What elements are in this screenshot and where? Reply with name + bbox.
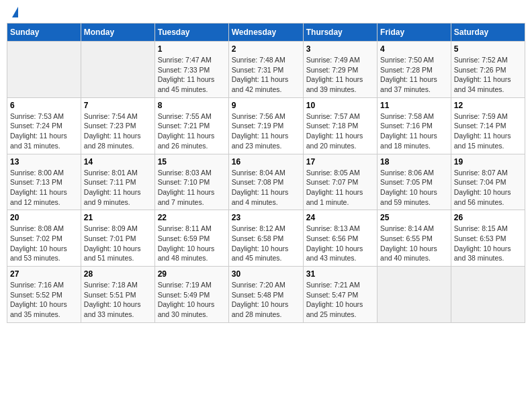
calendar-cell: 18Sunrise: 8:06 AM Sunset: 7:05 PM Dayli… <box>378 154 451 210</box>
calendar-cell: 16Sunrise: 8:04 AM Sunset: 7:08 PM Dayli… <box>228 154 303 210</box>
day-info: Sunrise: 8:11 AM Sunset: 6:59 PM Dayligh… <box>158 224 226 263</box>
day-number: 25 <box>380 213 448 222</box>
day-number: 17 <box>306 157 374 167</box>
day-info: Sunrise: 7:53 AM Sunset: 7:24 PM Dayligh… <box>10 111 78 151</box>
day-info: Sunrise: 7:21 AM Sunset: 5:47 PM Dayligh… <box>306 280 374 320</box>
day-info: Sunrise: 7:49 AM Sunset: 7:29 PM Dayligh… <box>306 55 374 95</box>
day-info: Sunrise: 8:09 AM Sunset: 7:01 PM Dayligh… <box>84 224 152 263</box>
day-of-week-header: Tuesday <box>154 24 228 42</box>
logo-triangle-icon <box>12 7 18 17</box>
calendar-cell <box>378 267 451 323</box>
day-info: Sunrise: 8:05 AM Sunset: 7:07 PM Dayligh… <box>306 168 374 208</box>
day-number: 11 <box>380 101 448 110</box>
day-info: Sunrise: 7:18 AM Sunset: 5:51 PM Dayligh… <box>84 280 152 320</box>
day-number: 14 <box>84 157 152 167</box>
day-number: 27 <box>10 269 78 279</box>
calendar-week-row: 27Sunrise: 7:16 AM Sunset: 5:52 PM Dayli… <box>7 267 525 323</box>
logo <box>9 7 18 17</box>
calendar-cell: 17Sunrise: 8:05 AM Sunset: 7:07 PM Dayli… <box>303 154 377 210</box>
day-info: Sunrise: 8:00 AM Sunset: 7:13 PM Dayligh… <box>10 168 78 208</box>
calendar-week-row: 13Sunrise: 8:00 AM Sunset: 7:13 PM Dayli… <box>7 154 525 210</box>
calendar-cell: 11Sunrise: 7:58 AM Sunset: 7:16 PM Dayli… <box>378 97 451 154</box>
day-info: Sunrise: 7:56 AM Sunset: 7:19 PM Dayligh… <box>232 111 300 151</box>
day-of-week-header: Wednesday <box>228 24 303 42</box>
day-number: 5 <box>454 44 522 54</box>
calendar-cell: 15Sunrise: 8:03 AM Sunset: 7:10 PM Dayli… <box>154 154 228 210</box>
calendar-cell: 7Sunrise: 7:54 AM Sunset: 7:23 PM Daylig… <box>81 97 154 154</box>
calendar-week-row: 6Sunrise: 7:53 AM Sunset: 7:24 PM Daylig… <box>7 97 525 154</box>
day-number: 28 <box>84 269 152 279</box>
calendar-cell: 4Sunrise: 7:50 AM Sunset: 7:28 PM Daylig… <box>378 42 451 98</box>
calendar-cell: 3Sunrise: 7:49 AM Sunset: 7:29 PM Daylig… <box>303 42 377 98</box>
day-info: Sunrise: 7:58 AM Sunset: 7:16 PM Dayligh… <box>380 111 448 151</box>
day-info: Sunrise: 7:47 AM Sunset: 7:33 PM Dayligh… <box>158 55 226 95</box>
day-info: Sunrise: 7:20 AM Sunset: 5:48 PM Dayligh… <box>232 280 300 320</box>
day-number: 9 <box>232 101 300 110</box>
day-number: 6 <box>10 101 78 110</box>
calendar-cell: 6Sunrise: 7:53 AM Sunset: 7:24 PM Daylig… <box>7 97 81 154</box>
day-of-week-header: Sunday <box>7 24 81 42</box>
day-info: Sunrise: 8:13 AM Sunset: 6:56 PM Dayligh… <box>306 224 374 263</box>
day-number: 13 <box>10 157 78 167</box>
day-info: Sunrise: 7:59 AM Sunset: 7:14 PM Dayligh… <box>454 111 522 151</box>
day-number: 4 <box>380 44 448 54</box>
day-number: 23 <box>232 213 300 222</box>
day-info: Sunrise: 7:54 AM Sunset: 7:23 PM Dayligh… <box>84 111 152 151</box>
day-number: 18 <box>380 157 448 167</box>
calendar-cell: 2Sunrise: 7:48 AM Sunset: 7:31 PM Daylig… <box>228 42 303 98</box>
calendar-cell <box>7 42 81 98</box>
calendar-cell: 20Sunrise: 8:08 AM Sunset: 7:02 PM Dayli… <box>7 210 81 267</box>
calendar-cell: 5Sunrise: 7:52 AM Sunset: 7:26 PM Daylig… <box>451 42 525 98</box>
calendar-cell: 13Sunrise: 8:00 AM Sunset: 7:13 PM Dayli… <box>7 154 81 210</box>
calendar-cell: 26Sunrise: 8:15 AM Sunset: 6:53 PM Dayli… <box>451 210 525 267</box>
calendar-cell: 23Sunrise: 8:12 AM Sunset: 6:58 PM Dayli… <box>228 210 303 267</box>
calendar-cell: 25Sunrise: 8:14 AM Sunset: 6:55 PM Dayli… <box>378 210 451 267</box>
day-number: 2 <box>232 44 300 54</box>
day-number: 7 <box>84 101 152 110</box>
calendar-cell: 21Sunrise: 8:09 AM Sunset: 7:01 PM Dayli… <box>81 210 154 267</box>
day-info: Sunrise: 7:57 AM Sunset: 7:18 PM Dayligh… <box>306 111 374 151</box>
calendar-week-row: 20Sunrise: 8:08 AM Sunset: 7:02 PM Dayli… <box>7 210 525 267</box>
page-header <box>7 7 525 17</box>
day-of-week-header: Thursday <box>303 24 377 42</box>
day-number: 3 <box>306 44 374 54</box>
calendar-cell: 1Sunrise: 7:47 AM Sunset: 7:33 PM Daylig… <box>154 42 228 98</box>
day-number: 12 <box>454 101 522 110</box>
calendar-cell: 10Sunrise: 7:57 AM Sunset: 7:18 PM Dayli… <box>303 97 377 154</box>
day-info: Sunrise: 7:50 AM Sunset: 7:28 PM Dayligh… <box>380 55 448 95</box>
calendar-cell: 19Sunrise: 8:07 AM Sunset: 7:04 PM Dayli… <box>451 154 525 210</box>
calendar-cell: 29Sunrise: 7:19 AM Sunset: 5:49 PM Dayli… <box>154 267 228 323</box>
day-number: 24 <box>306 213 374 222</box>
day-number: 31 <box>306 269 374 279</box>
day-info: Sunrise: 8:15 AM Sunset: 6:53 PM Dayligh… <box>454 224 522 263</box>
day-info: Sunrise: 7:52 AM Sunset: 7:26 PM Dayligh… <box>454 55 522 95</box>
day-of-week-header: Monday <box>81 24 154 42</box>
day-number: 22 <box>158 213 226 222</box>
day-number: 19 <box>454 157 522 167</box>
calendar-cell: 28Sunrise: 7:18 AM Sunset: 5:51 PM Dayli… <box>81 267 154 323</box>
day-number: 21 <box>84 213 152 222</box>
calendar-week-row: 1Sunrise: 7:47 AM Sunset: 7:33 PM Daylig… <box>7 42 525 98</box>
day-number: 1 <box>158 44 226 54</box>
day-info: Sunrise: 8:06 AM Sunset: 7:05 PM Dayligh… <box>380 168 448 208</box>
day-info: Sunrise: 8:07 AM Sunset: 7:04 PM Dayligh… <box>454 168 522 208</box>
calendar-cell <box>81 42 154 98</box>
day-info: Sunrise: 7:16 AM Sunset: 5:52 PM Dayligh… <box>10 280 78 320</box>
day-info: Sunrise: 7:48 AM Sunset: 7:31 PM Dayligh… <box>232 55 300 95</box>
day-number: 20 <box>10 213 78 222</box>
day-number: 29 <box>158 269 226 279</box>
day-number: 16 <box>232 157 300 167</box>
day-number: 15 <box>158 157 226 167</box>
day-info: Sunrise: 8:08 AM Sunset: 7:02 PM Dayligh… <box>10 224 78 263</box>
day-info: Sunrise: 8:01 AM Sunset: 7:11 PM Dayligh… <box>84 168 152 208</box>
calendar-cell: 8Sunrise: 7:55 AM Sunset: 7:21 PM Daylig… <box>154 97 228 154</box>
day-info: Sunrise: 8:04 AM Sunset: 7:08 PM Dayligh… <box>232 168 300 208</box>
day-info: Sunrise: 8:14 AM Sunset: 6:55 PM Dayligh… <box>380 224 448 263</box>
day-number: 30 <box>232 269 300 279</box>
day-info: Sunrise: 8:12 AM Sunset: 6:58 PM Dayligh… <box>232 224 300 263</box>
calendar-cell: 30Sunrise: 7:20 AM Sunset: 5:48 PM Dayli… <box>228 267 303 323</box>
calendar-cell <box>451 267 525 323</box>
day-number: 8 <box>158 101 226 110</box>
calendar-cell: 31Sunrise: 7:21 AM Sunset: 5:47 PM Dayli… <box>303 267 377 323</box>
day-info: Sunrise: 7:55 AM Sunset: 7:21 PM Dayligh… <box>158 111 226 151</box>
